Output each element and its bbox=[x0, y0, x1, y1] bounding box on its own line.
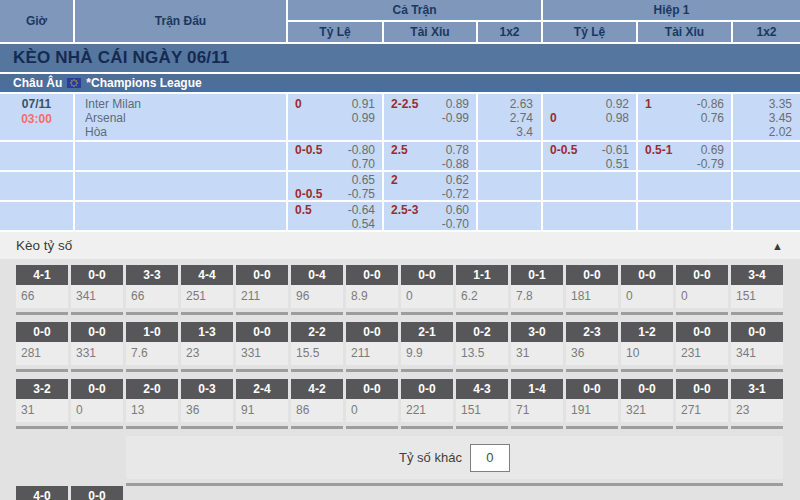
h1-handicap-cell[interactable] bbox=[543, 172, 638, 202]
tile-underline bbox=[676, 426, 728, 429]
score-tile[interactable]: 4-3151 bbox=[456, 379, 508, 429]
h1-overunder-cell[interactable] bbox=[638, 172, 733, 202]
ft-1x2-cell[interactable]: 2.632.743.4 bbox=[478, 94, 543, 142]
ft-overunder-cell[interactable]: 2.5-30.60-0.70 bbox=[384, 202, 478, 232]
handicap-label: 0-0.5 bbox=[295, 187, 322, 201]
h1-overunder-cell[interactable]: 0.5-10.69-0.79 bbox=[638, 142, 733, 172]
score-tile[interactable]: 1-323 bbox=[181, 322, 233, 372]
h1-overunder-cell[interactable]: 1-0.860.76 bbox=[638, 94, 733, 142]
h1-1x2-cell[interactable]: 3.353.452.02 bbox=[733, 94, 800, 142]
score-tile[interactable]: 0-0211 bbox=[236, 265, 288, 315]
ft-1x2-cell[interactable] bbox=[478, 142, 543, 172]
odds-line: 0.70 bbox=[288, 157, 382, 171]
score-tile[interactable]: 0-213.5 bbox=[456, 322, 508, 372]
score-tile[interactable]: 3-031 bbox=[511, 322, 563, 372]
score-tile[interactable]: 0-00 bbox=[346, 379, 398, 429]
col-header-ft-handicap: Tỷ Lệ bbox=[288, 22, 384, 44]
score-tile[interactable]: 0-0331 bbox=[236, 322, 288, 372]
score-label: 1-4 bbox=[511, 379, 563, 399]
handicap-label: 0.5-1 bbox=[645, 143, 672, 157]
score-tile[interactable]: 2-336 bbox=[566, 322, 618, 372]
score-tile[interactable]: 0-496 bbox=[291, 265, 343, 315]
score-tile-row: Tỷ số khác 4-0910-0341 bbox=[16, 436, 800, 500]
score-tile[interactable]: 1-471 bbox=[511, 379, 563, 429]
score-tile[interactable]: 0-0211 bbox=[346, 322, 398, 372]
score-tile[interactable]: 2-491 bbox=[236, 379, 288, 429]
ft-handicap-cell[interactable]: 0.650-0.5-0.75 bbox=[288, 172, 384, 202]
score-tile[interactable]: 3-231 bbox=[16, 379, 68, 429]
score-tile[interactable]: 0-0281 bbox=[16, 322, 68, 372]
ft-overunder-cell[interactable]: 2-2.50.89-0.99 bbox=[384, 94, 478, 142]
score-label: 0-0 bbox=[71, 379, 123, 399]
h1-handicap-cell[interactable]: 0-0.5-0.610.51 bbox=[543, 142, 638, 172]
score-tile[interactable]: 0-0271 bbox=[676, 379, 728, 429]
score-odds-value: 211 bbox=[346, 342, 398, 365]
score-label: 4-2 bbox=[291, 379, 343, 399]
score-tile[interactable]: 4-286 bbox=[291, 379, 343, 429]
score-tile[interactable]: 0-0221 bbox=[401, 379, 453, 429]
score-tile[interactable]: 0-17.8 bbox=[511, 265, 563, 315]
ft-overunder-cell[interactable]: 2.50.78-0.88 bbox=[384, 142, 478, 172]
score-label: 2-0 bbox=[126, 379, 178, 399]
score-odds-value: 66 bbox=[126, 285, 178, 308]
tile-underline bbox=[346, 312, 398, 315]
odds-line: 0-0.5-0.75 bbox=[288, 187, 382, 201]
match-teams-cell: Inter Milan Arsenal Hòa bbox=[75, 94, 288, 142]
score-tile[interactable]: 0-0341 bbox=[731, 322, 783, 372]
score-tile[interactable]: 1-16.2 bbox=[456, 265, 508, 315]
ft-handicap-cell[interactable]: 0-0.5-0.800.70 bbox=[288, 142, 384, 172]
odds-value: -0.99 bbox=[442, 111, 469, 125]
score-odds-value: 341 bbox=[731, 342, 783, 365]
score-tile[interactable]: 4-4251 bbox=[181, 265, 233, 315]
score-tile[interactable]: 0-08.9 bbox=[346, 265, 398, 315]
score-tile[interactable]: 4-166 bbox=[16, 265, 68, 315]
ft-1x2-cell[interactable] bbox=[478, 202, 543, 232]
odds-value: 0.54 bbox=[352, 217, 375, 231]
score-tile[interactable]: 0-00 bbox=[676, 265, 728, 315]
h1-handicap-cell[interactable] bbox=[543, 202, 638, 232]
score-tile[interactable]: 1-210 bbox=[621, 322, 673, 372]
score-tile[interactable]: 0-00 bbox=[621, 265, 673, 315]
ft-overunder-cell[interactable]: 20.62-0.72 bbox=[384, 172, 478, 202]
score-tile[interactable]: 2-215.5 bbox=[291, 322, 343, 372]
odds-value: 0.60 bbox=[446, 203, 469, 217]
score-odds-value: 7.8 bbox=[511, 285, 563, 308]
score-tile[interactable]: 2-013 bbox=[126, 379, 178, 429]
score-tile[interactable]: 2-19.9 bbox=[401, 322, 453, 372]
score-tile[interactable]: 4-091 bbox=[16, 486, 68, 500]
score-tile[interactable]: 0-0181 bbox=[566, 265, 618, 315]
score-tile[interactable]: 0-0191 bbox=[566, 379, 618, 429]
h1-overunder-cell[interactable] bbox=[638, 202, 733, 232]
h1-handicap-cell[interactable]: 0.9200.98 bbox=[543, 94, 638, 142]
handicap-label: 0 bbox=[550, 111, 557, 125]
h1-1x2-cell[interactable] bbox=[733, 142, 800, 172]
score-tile[interactable]: 0-00 bbox=[401, 265, 453, 315]
tile-underline bbox=[456, 369, 508, 372]
score-tile[interactable]: 3-123 bbox=[731, 379, 783, 429]
draw-label: Hòa bbox=[85, 125, 286, 139]
h1-1x2-cell[interactable] bbox=[733, 172, 800, 202]
odds-value: -0.88 bbox=[442, 157, 469, 171]
score-odds-value: 151 bbox=[731, 285, 783, 308]
ft-handicap-cell[interactable]: 0.5-0.640.54 bbox=[288, 202, 384, 232]
score-tile[interactable]: 0-0331 bbox=[71, 322, 123, 372]
score-tile[interactable]: 0-0231 bbox=[676, 322, 728, 372]
collapse-arrow-icon[interactable]: ▲ bbox=[772, 240, 783, 252]
score-tile[interactable]: 0-336 bbox=[181, 379, 233, 429]
score-tile[interactable]: 3-4151 bbox=[731, 265, 783, 315]
score-tile[interactable]: 1-07.6 bbox=[126, 322, 178, 372]
other-score-input[interactable] bbox=[470, 444, 510, 472]
ft-handicap-cell[interactable]: 00.910.99 bbox=[288, 94, 384, 142]
score-tile[interactable]: 0-0341 bbox=[71, 265, 123, 315]
match-teams-cell bbox=[75, 202, 288, 232]
ft-1x2-cell[interactable] bbox=[478, 172, 543, 202]
h1-1x2-cell[interactable] bbox=[733, 202, 800, 232]
score-tile[interactable]: 0-0341 bbox=[71, 486, 123, 500]
score-odds-value: 13.5 bbox=[456, 342, 508, 365]
score-tile[interactable]: 0-0321 bbox=[621, 379, 673, 429]
score-tile[interactable]: 0-00 bbox=[71, 379, 123, 429]
match-time: 03:00 bbox=[0, 112, 73, 127]
group-header-firsthalf: Hiệp 1 bbox=[543, 0, 800, 22]
score-tile[interactable]: 3-366 bbox=[126, 265, 178, 315]
tile-underline bbox=[731, 369, 783, 372]
